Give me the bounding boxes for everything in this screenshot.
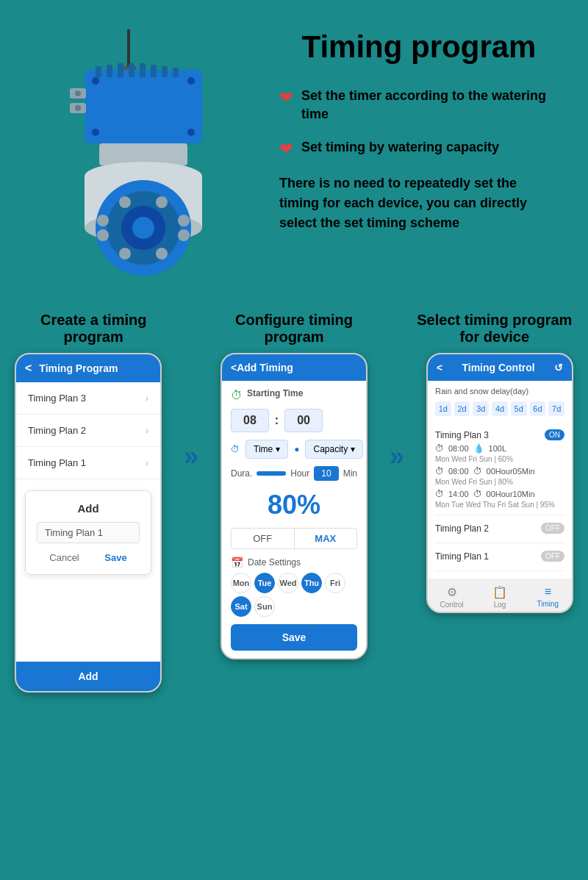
svg-point-33 [119, 196, 131, 208]
timing-plan-2-item: Timing Plan 2 OFF [435, 517, 564, 543]
day-tab-2d[interactable]: 2d [454, 401, 470, 416]
e3-duration: 00Hour10Min [487, 490, 535, 498]
plan-name-input[interactable]: Timing Plan 1 [37, 522, 140, 543]
add-button-label: Add [78, 670, 98, 682]
min-label: Min [343, 468, 357, 479]
hour-label: Hour [290, 468, 309, 479]
time-dropdown[interactable]: Time ▾ [245, 440, 288, 459]
chevron-right-icon-2: › [146, 426, 148, 436]
plan-list: Timing Plan 3 › Timing Plan 2 › Timing P… [16, 382, 160, 479]
chevron-right-icon-1: › [146, 393, 148, 404]
svg-rect-7 [140, 63, 146, 77]
phone2-header-title: Add Timing [237, 362, 293, 373]
time-dropdown-arrow: ▾ [276, 444, 280, 454]
phone1-header: < Timing Program [16, 354, 160, 382]
step1-title: Create a timing program [15, 312, 172, 346]
date-section: 📅 Date Settings Mon Tue Wed Thu Fri Sat … [231, 557, 357, 617]
day-sat[interactable]: Sat [231, 596, 251, 617]
day-mon[interactable]: Mon [231, 573, 251, 593]
save-button-phone1[interactable]: Save [104, 552, 126, 563]
minute-input[interactable]: 00 [284, 409, 323, 432]
refresh-icon[interactable]: ↺ [554, 362, 563, 373]
phone3-header-title: Timing Control [462, 362, 534, 373]
day-tab-6d[interactable]: 6d [530, 401, 546, 416]
day-tab-4d[interactable]: 4d [492, 401, 508, 416]
e3-days: Mon Tue Wed Thu Fri Sat Sun | 95% [435, 501, 564, 509]
plan1-toggle[interactable]: OFF [541, 551, 564, 562]
phone1-header-title: Timing Program [39, 362, 118, 374]
clock-icon-e1: ⏱ [435, 443, 444, 454]
svg-rect-8 [151, 65, 157, 77]
day-tab-3d[interactable]: 3d [473, 401, 489, 416]
svg-rect-3 [96, 66, 101, 77]
forward-arrow-icon-2: » [390, 441, 404, 472]
svg-rect-2 [85, 70, 202, 143]
cancel-button[interactable]: Cancel [49, 552, 79, 563]
day-fri[interactable]: Fri [325, 573, 345, 593]
timing-plan-1-item: Timing Plan 1 OFF [435, 545, 564, 571]
svg-point-34 [156, 196, 168, 208]
capacity-icon: ● [294, 444, 299, 454]
add-modal-title: Add [37, 502, 140, 515]
max-button[interactable]: MAX [295, 529, 357, 548]
plan2-title-row: Timing Plan 2 OFF [435, 523, 564, 534]
capacity-dropdown-label: Capacity [313, 444, 348, 454]
timing-icon: ≡ [524, 585, 572, 598]
svg-rect-6 [129, 63, 135, 77]
clock-icon-e3: ⏱ [435, 489, 444, 499]
save-button-phone2[interactable]: Save [231, 624, 357, 651]
day-thu[interactable]: Thu [301, 573, 322, 593]
feature-text-2: Set timing by watering capacity [301, 138, 499, 157]
day-buttons: Mon Tue Wed Thu Fri Sat Sun [231, 573, 357, 617]
plan3-title-row: Timing Plan 3 ON [435, 429, 564, 440]
tab-timing[interactable]: ≡ Timing [524, 585, 572, 609]
phone3-footer: ⚙ Control 📋 Log ≡ Timing [428, 579, 572, 612]
feature-item-1: ❤ Set the timer according to the waterin… [279, 87, 559, 124]
day-tab-5d[interactable]: 5d [511, 401, 527, 416]
svg-point-12 [187, 77, 195, 85]
date-label-text: Date Settings [248, 557, 301, 568]
plan3-toggle[interactable]: ON [545, 429, 564, 440]
day-tab-1d[interactable]: 1d [435, 401, 451, 416]
time-icon: ⏱ [231, 444, 240, 454]
e3-time: 14:00 [448, 490, 469, 498]
e1-days: Mon Wed Fri Sun | 60% [435, 455, 564, 463]
list-item[interactable]: Timing Plan 3 › [16, 382, 160, 415]
tab-control[interactable]: ⚙ Control [428, 585, 476, 609]
plan3-entry1: ⏱ 08:00 💧 100L [435, 443, 564, 454]
duration-value[interactable]: 10 [314, 466, 338, 481]
list-item[interactable]: Timing Plan 2 › [16, 415, 160, 447]
off-button[interactable]: OFF [232, 529, 295, 548]
back-arrow-icon-2[interactable]: < [231, 362, 237, 373]
svg-point-17 [75, 90, 81, 96]
capacity-dropdown[interactable]: Capacity ▾ [305, 440, 363, 459]
svg-rect-9 [162, 66, 168, 77]
duration-label: Dura. [231, 468, 252, 479]
page-title: Timing program [279, 29, 559, 65]
forward-arrow-icon-1: » [184, 441, 198, 472]
plan3-entry2: ⏱ 08:00 ⏱ 00Hour05Min [435, 466, 564, 476]
time-colon: : [275, 414, 279, 427]
hour-input[interactable]: 08 [231, 409, 269, 432]
back-arrow-icon-3[interactable]: < [437, 362, 442, 373]
day-tue[interactable]: Tue [254, 573, 275, 593]
phone2-header: < Add Timing [222, 354, 366, 381]
phone2-screen: ⏱ Starting Time 08 : 00 ⏱ Time ▾ ● [222, 381, 366, 658]
day-wed[interactable]: Wed [278, 573, 298, 593]
e1-capacity: 100L [489, 444, 506, 453]
day-tab-7d[interactable]: 7d [548, 401, 564, 416]
feature-item-2: ❤ Set timing by watering capacity [279, 138, 559, 159]
plan1-title-row: Timing Plan 1 OFF [435, 551, 564, 562]
plan2-toggle[interactable]: OFF [541, 523, 564, 534]
plan-name-3: Timing Plan 3 [28, 393, 86, 404]
log-icon: 📋 [476, 585, 523, 599]
day-tabs: 1d 2d 3d 4d 5d 6d 7d [435, 401, 564, 416]
day-sun[interactable]: Sun [254, 596, 275, 617]
delay-label: Rain and snow delay(day) [435, 387, 564, 396]
list-item[interactable]: Timing Plan 1 › [16, 447, 160, 479]
add-modal: Add Timing Plan 1 Cancel Save [25, 490, 151, 575]
tab-log[interactable]: 📋 Log [476, 585, 523, 609]
capacity-icon-e1: 💧 [473, 443, 484, 454]
phone1-footer[interactable]: Add [16, 662, 160, 691]
back-arrow-icon-1[interactable]: < [25, 362, 32, 375]
